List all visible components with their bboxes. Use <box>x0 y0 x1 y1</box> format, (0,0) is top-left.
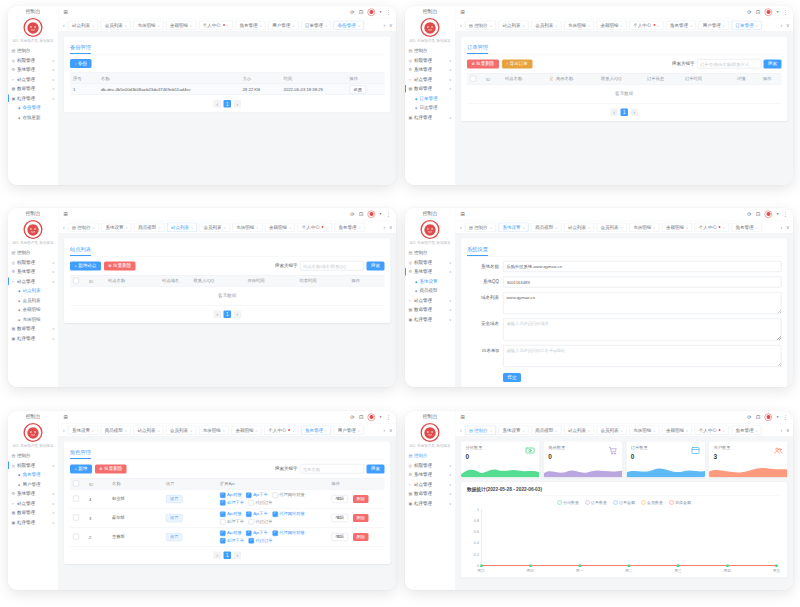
sidebar-item[interactable]: ▦ 数据管理 ∨ <box>405 305 455 315</box>
sidebar-item[interactable]: ○ 站点管理 ∨ <box>8 75 58 85</box>
kebab-icon[interactable]: ⋮ <box>783 414 788 420</box>
tab[interactable]: 余额明细 <box>232 425 262 435</box>
sidebar-item[interactable]: ◎ 权限管理 ∨ <box>405 258 455 268</box>
api-checkbox[interactable]: 代理网站对接 <box>272 511 305 517</box>
caret-down-icon[interactable]: ▾ <box>380 10 382 14</box>
export-orders-button[interactable]: ↑ 导出订单 <box>502 59 533 68</box>
page-number[interactable]: 1 <box>224 552 232 560</box>
kebab-icon[interactable]: ⋮ <box>783 9 788 15</box>
search-button[interactable]: 搜索 <box>367 261 385 270</box>
avatar[interactable] <box>765 8 773 16</box>
search-input[interactable] <box>697 59 761 69</box>
tab[interactable]: 充值明细 <box>232 222 262 232</box>
page-number[interactable]: 1 <box>224 311 232 319</box>
tab[interactable]: 系统设置 <box>68 425 98 435</box>
sidebar-item[interactable]: ⚙ 系统管理 ∨ <box>8 65 58 75</box>
api-checkbox[interactable]: Api对接 <box>220 492 242 498</box>
sidebar-item[interactable]: ▣ 程序管理 ∨ <box>405 499 455 509</box>
bulk-delete-button[interactable]: ⊗ 批量删除 <box>104 261 136 270</box>
legend-item[interactable]: 订单金额 <box>614 500 636 506</box>
tab[interactable]: 角色管理 <box>334 222 364 232</box>
legend-item[interactable]: 分站数量 <box>558 500 580 506</box>
sidebar-item[interactable]: ▣ 程序管理 ∨ <box>8 334 58 344</box>
tab[interactable]: 个人中心 <box>199 20 233 30</box>
sidebar-item[interactable]: ◎ 权限管理 ∨ <box>405 461 455 471</box>
tabs-menu-icon[interactable]: ∨ <box>388 427 395 433</box>
tab[interactable]: 余额明细 <box>265 222 295 232</box>
fullscreen-icon[interactable]: ⊡ <box>756 414 760 420</box>
tab[interactable]: 商品模型 <box>531 425 561 435</box>
api-checkbox[interactable]: Api下单 <box>246 530 268 536</box>
sidebar-item[interactable]: ▦ 数据管理 ∧ <box>405 84 455 94</box>
sidebar-item[interactable]: ◎ 权限管理 ∨ <box>8 258 58 268</box>
tab[interactable]: ▤ 控制台 <box>465 425 496 435</box>
restore-button[interactable]: 还原 <box>350 85 367 93</box>
tab[interactable]: 用户管理 <box>334 425 364 435</box>
tab[interactable]: 个人中心 <box>629 20 663 30</box>
sidebar-item[interactable]: ▦ 数据管理 ∨ <box>405 489 455 499</box>
sidebar-item[interactable]: ◆ 会员列表 <box>8 296 58 306</box>
page-prev-icon[interactable]: ‹ <box>214 100 222 108</box>
sidebar-item[interactable]: ▦ 数据管理 ∨ <box>8 324 58 334</box>
bulk-delete-button[interactable]: ⊗ 批量删除 <box>467 59 499 68</box>
sidebar-item[interactable]: ⚙ 系统管理 ∨ <box>8 267 58 277</box>
refresh-icon[interactable]: ⟳ <box>747 211 751 217</box>
submit-button[interactable]: 提交 <box>503 373 521 382</box>
legend-item[interactable]: 订单数量 <box>586 500 608 506</box>
tab[interactable]: ▤ 控制台 <box>465 222 496 232</box>
edit-button[interactable]: 编辑 <box>332 533 349 541</box>
tab[interactable]: 用户管理 <box>268 20 298 30</box>
sidebar-item[interactable]: ⚙ 系统管理 ∨ <box>405 470 455 480</box>
kebab-icon[interactable]: ⋮ <box>386 414 391 420</box>
tab[interactable]: ▤ 控制台 <box>465 20 496 30</box>
select-all-checkbox[interactable] <box>470 75 476 81</box>
add-role-button[interactable]: + 新增 <box>70 464 92 473</box>
search-input[interactable] <box>300 261 364 271</box>
sidebar-item[interactable]: ○ 站点管理 ∨ <box>405 480 455 490</box>
caret-down-icon[interactable]: ▾ <box>777 212 779 216</box>
tab[interactable]: 余额明细 <box>662 222 692 232</box>
tab[interactable]: 个人中心 <box>298 222 332 232</box>
tab[interactable]: 会员列表 <box>101 20 131 30</box>
system-name-input[interactable] <box>503 261 782 272</box>
page-next-icon[interactable]: › <box>234 552 242 560</box>
api-checkbox[interactable]: Api对接 <box>220 530 242 536</box>
api-checkbox[interactable]: 代理网站对接 <box>272 530 305 536</box>
sidebar-item[interactable]: ◎ 权限管理 ∨ <box>405 56 455 66</box>
avatar[interactable] <box>765 413 773 421</box>
sidebar-item[interactable]: ○ 站点管理 ∨ <box>8 499 58 509</box>
delete-button[interactable]: 删除 <box>353 533 369 541</box>
api-checkbox[interactable]: 处理下单 <box>220 500 244 506</box>
menu-toggle-icon[interactable]: ⊞ <box>64 414 68 420</box>
sidebar-item[interactable]: ◆ 充值明细 <box>8 315 58 325</box>
tab[interactable]: 角色管理 <box>666 20 696 30</box>
avatar[interactable] <box>368 413 376 421</box>
sidebar-item[interactable]: ▣ 程序管理 ∨ <box>405 113 455 123</box>
sidebar-item[interactable]: ◆ 在线更新 <box>8 113 58 123</box>
caret-down-icon[interactable]: ▾ <box>380 212 382 216</box>
api-checkbox[interactable]: 代理网站对接 <box>272 492 305 498</box>
delete-button[interactable]: 删除 <box>353 495 369 503</box>
tab[interactable]: 站点列表 <box>68 20 98 30</box>
sidebar-item[interactable]: ◆ 订单管理 <box>405 94 455 104</box>
tab[interactable]: 充值明细 <box>564 20 594 30</box>
sidebar-item[interactable]: ◆ 系统设置 <box>405 277 455 287</box>
tab[interactable]: 角色管理 <box>236 20 266 30</box>
tab[interactable]: 会员列表 <box>597 222 627 232</box>
menu-toggle-icon[interactable]: ⊞ <box>64 211 68 217</box>
sidebar-item[interactable]: ▤ 控制台 <box>8 46 58 56</box>
menu-toggle-icon[interactable]: ⊞ <box>64 9 68 15</box>
edit-button[interactable]: 编辑 <box>332 495 349 503</box>
select-all-checkbox[interactable] <box>73 480 79 486</box>
page-prev-icon[interactable]: ‹ <box>214 311 222 319</box>
tab[interactable]: 系统设置 <box>498 222 528 232</box>
tab[interactable]: 站点列表 <box>564 425 594 435</box>
search-input[interactable] <box>300 464 364 474</box>
edit-button[interactable]: 编辑 <box>332 514 349 522</box>
tab[interactable]: 角色管理 <box>731 222 761 232</box>
page-next-icon[interactable]: › <box>234 311 242 319</box>
legend-item[interactable]: 会员数量 <box>642 500 664 506</box>
tab[interactable]: 站点列表 <box>133 425 163 435</box>
tab[interactable]: 充值明细 <box>629 425 659 435</box>
api-checkbox[interactable]: 处理下单 <box>220 538 244 544</box>
